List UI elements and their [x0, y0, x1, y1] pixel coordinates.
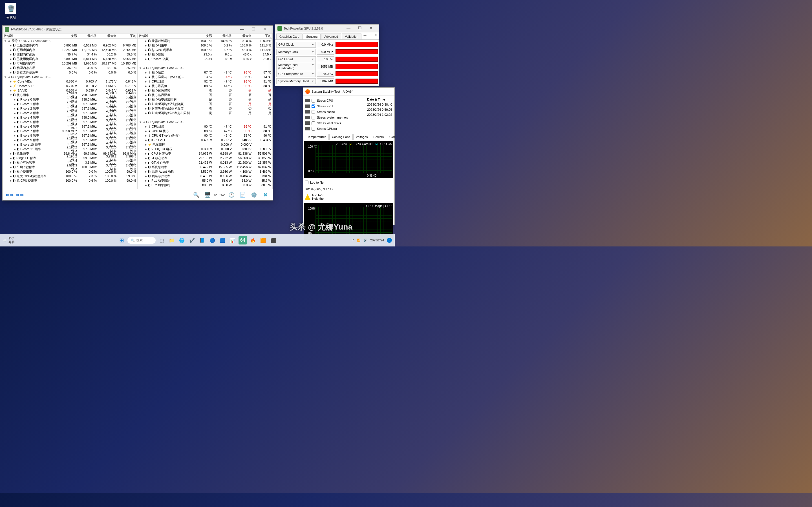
sensor-row[interactable]: ▸◐ 核心倍频23.0 x8.0 x46.0 x24.5 x: [138, 52, 272, 57]
nav-back-icon[interactable]: ⬅➡: [5, 192, 14, 198]
recycle-bin[interactable]: 🗑️ -回收站: [5, 3, 16, 19]
close-button[interactable]: ✕: [259, 27, 270, 33]
sensor-row[interactable]: ▸🌡 CPU封装90 °C47 °C96 °C91 °C: [138, 124, 272, 129]
column-header[interactable]: 平均: [117, 34, 137, 38]
minimize-button[interactable]: —: [237, 27, 248, 33]
column-header[interactable]: 平均: [253, 34, 272, 38]
tab-advanced[interactable]: Advanced: [321, 34, 341, 40]
stress-option[interactable]: Stress local disks: [305, 120, 364, 126]
sensor-group[interactable]: ▾🖥 系统: LENOVO ThinkBook 1...: [3, 39, 137, 43]
close-tool-icon[interactable]: ✖: [261, 190, 270, 200]
sensor-row[interactable]: ▸◐ 物理内存占用36.6 %36.0 %38.1 %36.9 %: [3, 66, 137, 70]
sensor-row[interactable]: ▸◐ 总 CPU 使用率100.0 %0.6 %100.0 %99.0 %: [3, 178, 137, 183]
sensor-row[interactable]: ▸⚡ Uncore VID0.776 V0.618 V1.061 V0.788 …: [3, 83, 137, 88]
column-header[interactable]: 传感器: [3, 34, 58, 38]
sensor-label[interactable]: GPU Load: [276, 56, 316, 62]
sensor-row[interactable]: ▸◐ 封装/环形总线临界温度否否否否: [138, 106, 272, 111]
sensor-row[interactable]: ▸◐ 最大 CPU/线程使用率100.0 %2.3 %100.0 %99.0 %: [3, 174, 137, 178]
sensor-group[interactable]: ▾🖥 CPU [#0]: Intel Core i5-135...: [3, 75, 137, 79]
nav-fwd-icon[interactable]: ➡➡: [15, 192, 24, 198]
sensor-label[interactable]: Memory Clock: [276, 49, 316, 55]
sensor-label[interactable]: CPU Temperature: [276, 71, 316, 77]
tab-powers[interactable]: Powers: [371, 134, 386, 140]
column-header[interactable]: 最大值: [233, 34, 253, 38]
wifi-icon[interactable]: 📶: [357, 238, 361, 242]
column-header[interactable]: 实际: [193, 34, 213, 38]
sensor-row[interactable]: ▸◐ 系统 Agent 功耗3.510 W2.930 W4.106 W3.462…: [138, 169, 272, 174]
sensor-row[interactable]: ▸◐ 核心临界温度否否否否: [138, 93, 272, 97]
network-icon[interactable]: 🖥️: [203, 190, 212, 200]
sensor-row[interactable]: ▸◐ iGPU VID0.485 V0.217 V0.485 V0.484 V: [138, 138, 272, 142]
save-icon[interactable]: 📄: [238, 190, 247, 200]
stress-option[interactable]: Stress cache: [305, 109, 364, 115]
gpuz-titlebar[interactable]: TechPowerUp GPU-Z 2.52.0 — ☐ ✕: [275, 24, 379, 33]
sensor-row[interactable]: ▸◐ IA 核心功率29.185 W2.722 W56.368 W30.855 …: [138, 156, 272, 160]
sensor-row[interactable]: ▸🌡 CPU封装92 °C47 °C96 °C91 °C: [138, 79, 272, 83]
sensor-row[interactable]: ▸◐ 总 CPU 利用率109.3 %3.7 %148.4 %111.8 %: [138, 48, 272, 52]
app-icon[interactable]: 🔥: [249, 236, 257, 244]
column-header[interactable]: 最小值: [213, 34, 233, 38]
stress-option[interactable]: Stress GPU(s): [305, 126, 364, 131]
log-to-file-checkbox[interactable]: [305, 180, 308, 184]
search-box[interactable]: 🔍搜索: [128, 237, 156, 244]
sensor-group[interactable]: ▾🖥 CPU [#0]: Intel Core i5-13...: [138, 120, 272, 124]
stress-checkbox[interactable]: [312, 105, 315, 108]
sensor-group[interactable]: ▾🖥 CPU [#0]: Intel Core i5-13...: [138, 66, 272, 70]
maximize-button[interactable]: ☐: [248, 27, 259, 33]
sensor-row[interactable]: ▸◐ 核心使用率100.0 %0.0 %100.0 %99.0 %: [3, 169, 137, 174]
sensor-row[interactable]: ▸◐ 封装/环形总线功率超出限制是否是是: [138, 111, 272, 115]
stress-checkbox[interactable]: [312, 110, 315, 114]
app-icon[interactable]: ⬛: [269, 236, 277, 244]
app-icon[interactable]: 64: [239, 236, 247, 244]
stress-checkbox[interactable]: [312, 116, 315, 119]
weather-widget[interactable]: ☁️ 1°C 雾霾: [3, 237, 15, 244]
sensor-row[interactable]: ▸◐ Uncore 倍频22.0 x4.0 x40.0 x22.9 x: [138, 57, 272, 61]
column-header[interactable]: 最小值: [78, 34, 98, 38]
tab-clocks[interactable]: Cloc: [387, 134, 395, 140]
column-header[interactable]: 实际: [58, 34, 78, 38]
sensor-row[interactable]: ▸◐ 可用物理内存10,209 MB9,970 MB10,297 MB10,15…: [3, 61, 137, 66]
sensor-row[interactable]: ▸🌡 核心最高值88 °C44 °C96 °C88 °C: [138, 83, 272, 88]
stress-checkbox[interactable]: [312, 121, 315, 125]
stress-option[interactable]: Stress system memory: [305, 115, 364, 120]
sensor-row[interactable]: ▸⚡ Core VIDs0.830 V0.703 V1.176 V0.843 V: [3, 79, 137, 83]
clock[interactable]: 2023/2/24: [370, 238, 384, 242]
hwinfo-titlebar[interactable]: HWiNFO64 v7.30-4870 - 传感器状态 — ☐ ✕: [3, 25, 273, 34]
sensor-row[interactable]: ▸🌡 核心温度87 °C42 °C96 °C87 °C: [138, 70, 272, 75]
sensor-row[interactable]: ▸◐ 核心利用率109.3 %0.2 %153.9 %111.8 %: [138, 43, 272, 48]
app-icon[interactable]: 📘: [198, 236, 206, 244]
volume-icon[interactable]: 🔊: [363, 238, 367, 242]
sensor-label[interactable]: Memory Used (Dedicated): [276, 62, 316, 71]
tray-chevron-icon[interactable]: ^: [352, 238, 354, 242]
sensor-row[interactable]: ▸⚡ 电压偏移0.000 V0.000 V: [138, 142, 272, 147]
tab-cooling[interactable]: Cooling Fans: [329, 134, 353, 140]
app-icon[interactable]: 🟦: [218, 236, 227, 244]
search-icon[interactable]: 🔍: [192, 190, 201, 200]
stress-checkbox[interactable]: [312, 99, 315, 103]
sensor-row[interactable]: ▸◐ 核心过热降频否否是是: [138, 88, 272, 93]
sensor-row[interactable]: ▸◐ 可用虚拟内存12,246 MB12,150 MB12,490 MB12,2…: [3, 48, 137, 52]
sensor-row[interactable]: ▸◐ 按需时钟调制100.0 %100.0 %100.0 %100.0 %: [138, 39, 272, 43]
sensor-row[interactable]: ▸◐ PL2 功率限制80.0 W80.0 W80.0 W80.0 W: [138, 183, 272, 187]
tab-voltages[interactable]: Voltages: [353, 134, 370, 140]
notification-badge[interactable]: 5: [387, 238, 392, 243]
stress-option[interactable]: Stress CPU: [305, 98, 364, 103]
app-icon[interactable]: 🔵: [208, 236, 216, 244]
column-header[interactable]: 传感器: [138, 34, 193, 38]
edge-icon[interactable]: 🌐: [177, 236, 186, 244]
settings-icon[interactable]: ⚙️: [250, 190, 259, 200]
clock-icon[interactable]: 🕐: [227, 190, 236, 200]
maximize-button[interactable]: ☐: [354, 25, 365, 31]
sensor-row[interactable]: ▸◐ 封装/环形总线过热降频否否是是: [138, 102, 272, 106]
stress-checkbox[interactable]: [312, 127, 315, 131]
sensor-row[interactable]: ▸◐ 平均有效频率2,581.3 MHz100.0 MHz3,497.8 MHz…: [3, 165, 137, 169]
sensor-row[interactable]: ▸🌡 核心温度与 TjMAX 的...13 °C4 °C58 °C13 °C: [138, 75, 272, 79]
sensor-row[interactable]: ▸◐ 虚拟内存占用35.7 %34.4 %36.2 %35.6 %: [3, 52, 137, 57]
app-icon[interactable]: ✔️: [188, 236, 196, 244]
sensor-row[interactable]: ▸🌡 CPU GT 核心 (图形)90 °C46 °C95 °C90 °C: [138, 133, 272, 138]
task-view-icon[interactable]: ⬚: [157, 236, 166, 244]
sensor-row[interactable]: ▸◐ E-core 11 频率2,195.2 MHz997.6 MHz3,491…: [3, 147, 137, 151]
column-header[interactable]: 最大值: [98, 34, 117, 38]
sensor-row[interactable]: ▸◐ 剩余芯片功率0.400 W0.156 W0.484 W0.381 W: [138, 174, 272, 178]
tab-graphics-card[interactable]: Graphics Card: [276, 34, 303, 40]
